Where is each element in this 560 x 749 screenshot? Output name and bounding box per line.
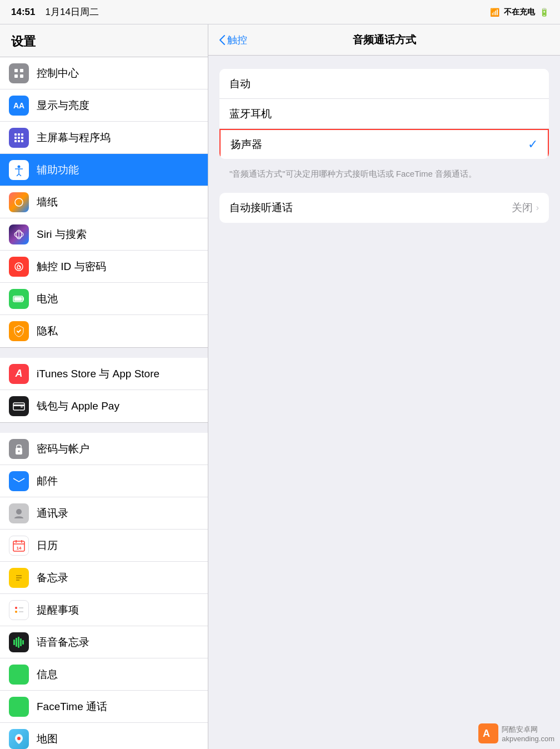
sidebar-item-notes[interactable]: 备忘录 (0, 562, 208, 594)
sidebar-item-mail[interactable]: 邮件 (0, 465, 208, 497)
sidebar-item-touchid[interactable]: 触控 ID 与密码 (0, 251, 208, 283)
watermark-text: 阿酷安卓网 akpvending.com (502, 725, 554, 743)
svg-rect-24 (21, 406, 23, 408)
sidebar-item-maps[interactable]: 地图 (0, 723, 208, 749)
sidebar-item-label: 邮件 (37, 474, 58, 488)
sidebar-item-messages[interactable]: 信息 (0, 658, 208, 691)
right-content: 自动 蓝牙耳机 扬声器 ✓ "音频通话方式"可决定用哪种方式接听电话或 Face… (208, 56, 560, 749)
sidebar-item-contacts[interactable]: 通讯录 (0, 497, 208, 530)
svg-rect-47 (13, 703, 22, 711)
watermark-logo: A (478, 723, 498, 743)
auto-answer-item[interactable]: 自动接听通话 关闭 › (219, 193, 549, 223)
sidebar-item-control[interactable]: 控制中心 (0, 57, 208, 89)
svg-point-26 (18, 450, 20, 452)
option-speaker[interactable]: 扬声器 ✓ (219, 129, 549, 159)
option-speaker-label: 扬声器 (231, 137, 528, 152)
mail-icon (9, 471, 29, 491)
hint-text: "音频通话方式"可决定用哪种方式接听电话或 FaceTime 音频通话。 (219, 163, 549, 188)
svg-rect-23 (13, 405, 24, 406)
itunes-icon: A (9, 364, 29, 384)
right-header: 触控 音频通话方式 (208, 24, 560, 56)
sidebar-section-1: 控制中心 AA 显示与亮度 主屏幕与程序坞 辅助功能 (0, 57, 208, 348)
sidebar-item-accessibility[interactable]: 辅助功能 (0, 154, 208, 186)
sidebar-item-homescreen[interactable]: 主屏幕与程序坞 (0, 122, 208, 154)
svg-point-48 (17, 737, 21, 740)
svg-point-39 (15, 611, 17, 613)
svg-rect-7 (14, 137, 17, 139)
auto-answer-label: 自动接听通话 (229, 201, 512, 215)
sidebar-item-voice[interactable]: 语音备忘录 (0, 626, 208, 658)
checkmark-icon: ✓ (528, 137, 538, 152)
option-auto[interactable]: 自动 (219, 69, 549, 99)
sidebar-item-label: 提醒事项 (37, 603, 79, 617)
sidebar-item-label: 隐私 (37, 324, 58, 338)
sidebar-item-battery[interactable]: 电池 (0, 283, 208, 315)
chevron-right-icon: › (536, 203, 539, 213)
charging-label: 不在充电 (504, 7, 535, 17)
option-auto-label: 自动 (229, 77, 539, 91)
sidebar-item-display[interactable]: AA 显示与亮度 (0, 89, 208, 122)
battery-icon: 🔋 (539, 8, 549, 17)
wifi-icon: 📶 (490, 8, 499, 17)
sidebar-item-facetime[interactable]: FaceTime 通话 (0, 691, 208, 723)
svg-rect-2 (14, 74, 18, 78)
display-icon: AA (9, 96, 29, 116)
passwords-icon (9, 439, 29, 459)
svg-rect-44 (18, 637, 19, 648)
wallpaper-icon (9, 192, 29, 212)
status-bar: 14:51 1月14日周二 📶 不在充电 🔋 (0, 0, 560, 24)
svg-rect-12 (21, 140, 23, 142)
right-panel-title: 音频通话方式 (353, 33, 416, 47)
audio-options-group: 自动 蓝牙耳机 扬声器 ✓ (219, 69, 549, 159)
control-icon (9, 63, 29, 83)
sidebar-item-label: 密码与帐户 (37, 442, 89, 456)
sidebar-item-passwords[interactable]: 密码与帐户 (0, 433, 208, 465)
sidebar-item-label: 主屏幕与程序坞 (37, 131, 111, 145)
sidebar-item-itunes[interactable]: A iTunes Store 与 App Store (0, 358, 208, 390)
sidebar-item-privacy[interactable]: 隐私 (0, 315, 208, 347)
watermark-site: 阿酷安卓网 (502, 725, 554, 735)
svg-rect-42 (13, 640, 15, 645)
svg-rect-0 (14, 69, 18, 72)
svg-rect-8 (18, 137, 20, 139)
main-layout: 设置 控制中心 AA 显示与亮度 主屏幕与程序坞 (0, 24, 560, 749)
svg-rect-4 (14, 133, 17, 136)
sidebar-item-calendar[interactable]: 14 日历 (0, 530, 208, 562)
option-bluetooth[interactable]: 蓝牙耳机 (219, 99, 549, 129)
svg-text:14: 14 (17, 546, 22, 551)
svg-rect-27 (13, 477, 24, 485)
sidebar-item-label: 辅助功能 (37, 163, 79, 177)
svg-point-14 (15, 198, 23, 206)
sidebar-item-label: iTunes Store 与 App Store (37, 367, 159, 381)
sidebar-item-label: 控制中心 (37, 66, 79, 81)
sidebar-item-label: 触控 ID 与密码 (37, 259, 106, 274)
sidebar-item-label: 显示与亮度 (37, 98, 89, 113)
svg-point-28 (16, 509, 22, 515)
calendar-icon: 14 (9, 536, 29, 556)
battery-icon (9, 289, 29, 309)
reminders-icon (9, 600, 29, 620)
messages-icon (9, 665, 29, 685)
accessibility-icon (9, 160, 29, 180)
touchid-icon (9, 257, 29, 277)
sidebar-item-reminders[interactable]: 提醒事项 (0, 594, 208, 626)
sidebar-item-label: FaceTime 通话 (37, 700, 107, 714)
svg-rect-20 (23, 297, 24, 301)
svg-rect-21 (14, 297, 22, 301)
sidebar-item-wallet[interactable]: 钱包与 Apple Pay (0, 390, 208, 422)
option-bluetooth-label: 蓝牙耳机 (229, 107, 539, 121)
svg-text:A: A (483, 728, 490, 739)
sidebar-divider-1 (0, 348, 208, 358)
sidebar-item-siri[interactable]: Siri 与搜索 (0, 218, 208, 251)
voice-icon (9, 632, 29, 652)
svg-point-38 (15, 607, 17, 609)
sidebar-item-label: 电池 (37, 292, 58, 306)
svg-rect-3 (20, 74, 23, 78)
sidebar-item-wallpaper[interactable]: 墙纸 (0, 186, 208, 218)
svg-rect-22 (13, 403, 24, 410)
svg-rect-46 (22, 640, 24, 645)
back-button[interactable]: 触控 (219, 33, 247, 47)
sidebar-divider-2 (0, 423, 208, 433)
sidebar-item-label: 通讯录 (37, 506, 68, 521)
maps-icon (9, 729, 29, 749)
